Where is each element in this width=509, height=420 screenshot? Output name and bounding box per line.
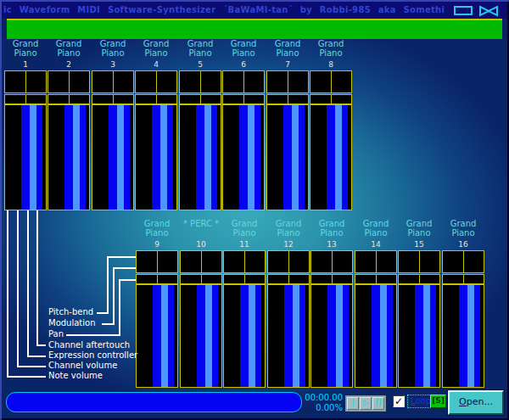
meter-bar — [467, 285, 474, 387]
legend-label: Channel aftertouch — [48, 340, 130, 350]
controller-meter-box — [136, 284, 178, 388]
instrument-label-line: * PERC * — [180, 219, 222, 228]
cell-divider — [243, 71, 244, 92]
legend-line — [120, 279, 136, 281]
channel-strip: * PERC *10 — [180, 219, 222, 388]
cell-divider — [200, 95, 201, 104]
cell-divider — [113, 71, 114, 92]
legend-line — [17, 210, 19, 367]
meter-bar — [343, 285, 349, 387]
indicator-box — [135, 94, 177, 104]
controller-meter-box — [4, 104, 47, 210]
channel-strip: GrandPiano1 — [4, 39, 47, 210]
open-file-button[interactable]: Open... — [448, 390, 504, 415]
cell-divider — [201, 251, 202, 272]
instrument-label-line: Grand — [442, 219, 484, 228]
channel-instrument-label: GrandPiano — [136, 219, 178, 239]
close-bowtie-icon — [478, 5, 499, 17]
channel-strip: GrandPiano9 — [136, 219, 178, 388]
channel-number: 10 — [180, 239, 222, 250]
instrument-label-line: Piano — [442, 228, 484, 238]
note-display-box — [136, 250, 178, 273]
indicator-box — [179, 94, 221, 104]
meter-bar — [283, 105, 292, 210]
legend-line — [97, 312, 107, 314]
controller-meter-box — [48, 104, 90, 210]
meter-bar — [248, 105, 255, 210]
stop-button[interactable]: [] — [372, 397, 384, 410]
loop-checkbox[interactable]: ✓ — [393, 395, 405, 407]
channel-instrument-label: GrandPiano — [355, 219, 397, 239]
channel-number: 13 — [310, 239, 353, 250]
instrument-label-line: Piano — [136, 228, 178, 238]
channel-number: 4 — [135, 59, 177, 70]
legend-line — [119, 279, 120, 336]
seek-progress-bar[interactable] — [6, 392, 302, 412]
instrument-label-line: Grand — [135, 39, 177, 48]
channel-number: 3 — [92, 59, 134, 70]
channel-strip: GrandPiano12 — [267, 219, 310, 388]
indicator-box — [92, 94, 134, 104]
cell-divider — [244, 251, 245, 272]
note-display-box — [355, 250, 397, 273]
channel-number: 9 — [136, 239, 178, 250]
channel-instrument-label: GrandPiano — [92, 39, 134, 59]
channel-strip: GrandPiano8 — [310, 39, 352, 210]
channel-number: 5 — [179, 59, 221, 70]
meter-bar — [205, 285, 212, 387]
skip-to-start-button[interactable]: |<< — [347, 397, 359, 410]
titlebar-close-button[interactable] — [478, 4, 499, 16]
channel-instrument-label: GrandPiano — [223, 219, 266, 239]
channel-number: 7 — [266, 59, 309, 70]
instrument-label-line: Piano — [135, 48, 177, 58]
controller-meter-box — [135, 104, 177, 210]
controller-meter-box — [442, 284, 484, 388]
channel-number: 8 — [310, 59, 352, 70]
indicator-box — [355, 274, 397, 284]
note-activity-bar — [7, 20, 502, 39]
meter-bar — [292, 105, 299, 210]
instrument-label-line: Piano — [179, 48, 221, 58]
legend-line — [113, 267, 115, 325]
instrument-label-line: Piano — [267, 228, 310, 238]
indicator-box — [398, 274, 440, 284]
play-button[interactable]: ▷ — [360, 397, 372, 410]
indicator-box — [180, 274, 222, 284]
meter-bar — [124, 105, 130, 210]
instrument-label-line: Grand — [310, 219, 353, 228]
controller-meter-box — [310, 104, 352, 210]
meter-bar — [335, 105, 342, 210]
legend-line — [27, 356, 46, 357]
instrument-label-line: Piano — [4, 48, 47, 58]
meter-bar — [167, 105, 173, 210]
cell-divider — [201, 275, 202, 283]
channel-instrument-label: * PERC * — [180, 219, 222, 239]
instrument-label-line: Grand — [266, 39, 309, 48]
instrument-label-line: Piano — [355, 228, 397, 238]
note-display-box — [48, 70, 90, 93]
titlebar-minimize-button[interactable] — [453, 4, 473, 16]
meter-bar — [21, 105, 30, 210]
meter-bar — [73, 105, 80, 210]
controller-meter-box — [266, 104, 309, 210]
meter-bar — [117, 105, 124, 210]
indicator-box — [223, 274, 266, 284]
meter-bar — [168, 285, 174, 387]
instrument-label-line: Piano — [266, 48, 309, 58]
window-title: ic Waveform MIDI Software-Synthesizer ´B… — [3, 5, 445, 14]
indicator-box — [136, 274, 178, 284]
channel-instrument-label: GrandPiano — [266, 39, 309, 59]
solo-s-button[interactable]: [S] — [430, 395, 446, 408]
legend-label: Pitch-bend — [48, 307, 93, 316]
meter-bar — [380, 285, 387, 387]
cell-divider — [419, 251, 420, 272]
controller-meter-box — [355, 284, 397, 388]
channel-number: 11 — [223, 239, 266, 250]
channel-instrument-label: GrandPiano — [135, 39, 177, 59]
note-display-box — [267, 250, 310, 273]
cell-divider — [243, 95, 244, 104]
instrument-label-line: Piano — [398, 228, 440, 238]
indicator-box — [310, 274, 353, 284]
cell-divider — [376, 251, 377, 272]
instrument-label-line: Piano — [223, 228, 266, 238]
